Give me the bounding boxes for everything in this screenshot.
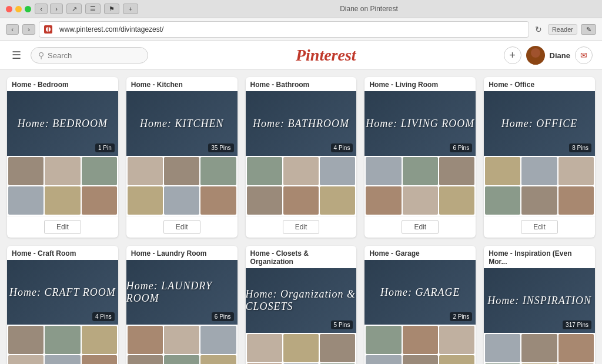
thumb-4 [485,186,520,215]
thumb-4 [366,186,401,215]
board-banner-bedroom: Home: BEDROOM 1 Pin [7,91,118,156]
thumb-2 [403,157,438,185]
board-title-laundry: Home - Laundry Room [126,246,238,260]
thumb-3 [82,326,117,354]
thumb-4 [8,355,44,364]
traffic-lights [6,6,31,12]
thumb-5 [164,186,199,215]
thumb-1 [128,326,163,354]
user-name-label[interactable]: Diane [550,51,570,60]
add-tab-button[interactable]: + [123,4,138,14]
thumb-4 [8,186,44,215]
board-images-kitchen: Home: KITCHEN 35 Pins [126,91,238,216]
search-box[interactable]: ⚲ [31,47,148,64]
thumb-3 [82,157,117,185]
svg-point-2 [531,48,540,58]
board-images-craft: Home: CRAFT ROOM 4 Pins [7,260,118,364]
thumb-5 [45,186,80,215]
thumb-6 [200,186,236,215]
thumb-3 [558,334,594,362]
notifications-button[interactable]: ✉ [575,46,593,64]
board-thumbs-closets [246,333,357,364]
board-thumbs-kitchen [126,156,238,216]
thumb-2 [45,157,80,185]
edit-button-bedroom[interactable]: Edit [44,220,81,234]
hamburger-button[interactable]: ☰ [9,46,24,64]
board-card-craft[interactable]: Home - Craft Room Home: CRAFT ROOM 4 Pin… [7,246,118,364]
board-card-closets[interactable]: Home - Closets & Organization Home: Orga… [246,246,357,364]
thumb-1 [366,326,401,354]
url-bar: ‹ › ↻ Reader ✎ [0,18,602,41]
board-banner-office: Home: OFFICE 8 Pins [484,91,595,156]
nav-buttons: ‹ › [35,4,63,14]
board-banner-inspiration: Home: INSPIRATION 317 Pins [484,268,595,333]
board-card-kitchen[interactable]: Home - Kitchen Home: KITCHEN 35 Pins Edi… [126,77,238,238]
add-pin-button[interactable]: + [504,46,521,64]
thumb-2 [283,334,319,362]
thumb-6 [320,186,355,215]
back-button[interactable]: ‹ [35,4,48,14]
forward-button[interactable]: › [50,4,63,14]
extensions-button[interactable]: ✎ [581,24,596,35]
edit-button-living[interactable]: Edit [402,220,439,234]
minimize-button[interactable] [15,6,22,12]
refresh-button[interactable]: ↻ [533,24,544,35]
header-actions: + Diane ✉ [504,46,593,65]
board-images-inspiration: Home: INSPIRATION 317 Pins [484,268,595,364]
thumb-3 [200,157,236,185]
board-edit-bathroom: Edit [246,216,357,238]
thumb-2 [164,326,199,354]
board-images-laundry: Home: LAUNDRY ROOM 6 Pins [126,260,238,364]
thumb-6 [439,355,474,364]
maximize-button[interactable] [25,6,31,12]
edit-button-kitchen[interactable]: Edit [163,220,200,234]
boards-grid: Home - Bedroom Home: BEDROOM 1 Pin Edit … [7,77,595,364]
edit-button-office[interactable]: Edit [521,220,558,234]
search-input[interactable] [48,51,130,60]
board-edit-bedroom: Edit [7,216,118,238]
board-card-bedroom[interactable]: Home - Bedroom Home: BEDROOM 1 Pin Edit [7,77,118,238]
thumb-3 [320,157,355,185]
board-images-garage: Home: GARAGE 2 Pins [364,260,476,364]
thumb-4 [247,186,282,215]
board-card-bathroom[interactable]: Home - Bathroom Home: BATHROOM 4 Pins Ed… [246,77,357,238]
board-edit-office: Edit [484,216,595,238]
url-input[interactable] [55,24,524,35]
share-button[interactable]: ↗ [66,4,82,14]
layers-button[interactable]: ☰ [85,4,101,14]
board-card-inspiration[interactable]: Home - Inspiration (Even Mor... Home: IN… [484,246,595,364]
url-forward-button[interactable]: › [22,24,35,35]
board-title-craft: Home - Craft Room [7,246,118,260]
search-icon: ⚲ [38,51,44,60]
close-button[interactable] [6,6,12,12]
board-thumbs-living [364,156,476,216]
thumb-1 [247,334,282,362]
board-card-office[interactable]: Home - Office Home: OFFICE 8 Pins Edit [484,77,595,238]
board-card-garage[interactable]: Home - Garage Home: GARAGE 2 Pins Edit [364,246,476,364]
thumb-6 [558,186,594,215]
board-card-living[interactable]: Home - Living Room Home: LIVING ROOM 6 P… [364,77,476,238]
pin-count-closets: 5 Pins [331,320,353,329]
board-title-closets: Home - Closets & Organization [246,246,357,268]
board-card-laundry[interactable]: Home - Laundry Room Home: LAUNDRY ROOM 6… [126,246,238,364]
url-back-button[interactable]: ‹ [6,24,19,35]
board-banner-kitchen: Home: KITCHEN 35 Pins [126,91,238,156]
svg-point-3 [528,58,543,65]
bookmark-button[interactable]: ⚑ [104,4,119,14]
thumb-5 [283,186,319,215]
thumb-1 [128,157,163,185]
logo-text: Pinterest [296,46,356,64]
edit-button-bathroom[interactable]: Edit [283,220,320,234]
pin-count-craft: 4 Pins [92,312,115,321]
thumb-1 [247,157,282,185]
board-banner-closets: Home: Organization & CLOSETS 5 Pins [246,268,357,333]
thumb-2 [164,157,199,185]
reader-button[interactable]: Reader [548,24,577,35]
thumb-6 [439,186,474,215]
board-thumbs-bedroom [7,156,118,216]
thumb-2 [521,157,557,185]
pin-count-office: 8 Pins [569,143,591,152]
board-title-inspiration: Home - Inspiration (Even Mor... [484,246,595,268]
board-images-living: Home: LIVING ROOM 6 Pins [364,91,476,216]
board-thumbs-craft [7,325,118,364]
